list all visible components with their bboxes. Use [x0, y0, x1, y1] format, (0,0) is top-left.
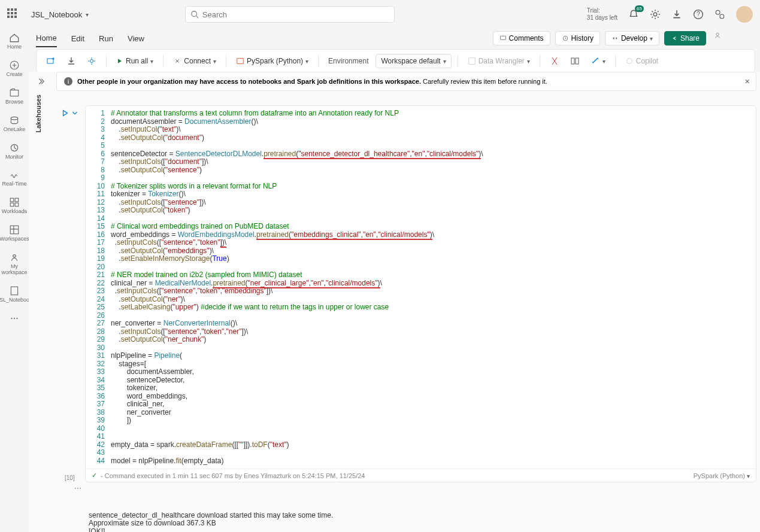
- svg-point-0: [192, 11, 197, 17]
- vscode-icon[interactable]: ▾: [587, 54, 609, 68]
- main-area: Lakehouses i Other people in your organi…: [29, 72, 760, 532]
- cell-output: ⋯ sentence_detector_dl_healthcare downlo…: [85, 482, 756, 532]
- svg-rect-27: [11, 287, 17, 295]
- svg-point-5: [716, 10, 720, 14]
- tab-edit[interactable]: Edit: [71, 31, 84, 47]
- code-editor[interactable]: # Annotator that transforms a text colum…: [111, 110, 756, 465]
- svg-rect-18: [10, 90, 19, 96]
- banner-bold-text: Other people in your organization may ha…: [77, 78, 421, 85]
- ribbon-tabs: Home Edit Run View Comments History Deve…: [0, 29, 760, 48]
- svg-rect-25: [10, 226, 19, 234]
- outline-icon[interactable]: [567, 54, 583, 68]
- svg-point-19: [11, 117, 17, 120]
- run-all-button[interactable]: Run all▾: [113, 54, 157, 68]
- expand-panel-icon[interactable]: [34, 74, 48, 89]
- rail-myworkspace[interactable]: My workspace: [1, 248, 28, 279]
- svg-rect-24: [15, 203, 19, 206]
- search-icon: [190, 10, 199, 19]
- svg-rect-14: [571, 58, 574, 64]
- chevron-down-icon[interactable]: ▾: [86, 11, 89, 18]
- rail-monitor[interactable]: Monitor: [1, 139, 28, 164]
- banner-rest-text: Carefully review this item before runnin…: [421, 78, 547, 85]
- cell-language[interactable]: PySpark (Python) ▾: [694, 472, 750, 479]
- search-input[interactable]: [202, 10, 389, 19]
- rail-notebook[interactable]: JSL_Notebook: [1, 282, 28, 307]
- feedback-icon[interactable]: [714, 9, 725, 20]
- app-launcher-icon[interactable]: [7, 8, 19, 20]
- svg-point-28: [11, 318, 12, 319]
- comments-button[interactable]: Comments: [493, 31, 550, 45]
- rail-onelake[interactable]: OneLake: [1, 111, 28, 136]
- top-header: JSL_Notebook ▾ Trial: 31 days left 65 ?: [0, 0, 760, 29]
- search-box[interactable]: [185, 6, 395, 23]
- close-icon[interactable]: ✕: [744, 78, 750, 86]
- execution-status: - Command executed in 1 min 11 sec 607 m…: [101, 472, 365, 479]
- svg-rect-21: [10, 199, 14, 202]
- svg-point-11: [90, 60, 93, 63]
- import-icon[interactable]: [63, 54, 80, 68]
- svg-point-9: [716, 33, 719, 35]
- svg-rect-10: [47, 59, 53, 63]
- line-gutter: 1234567891011121314151617181920212223242…: [86, 110, 111, 465]
- rail-workspaces[interactable]: Workspaces: [1, 221, 28, 246]
- trial-status: Trial: 31 days left: [587, 7, 617, 22]
- output-menu-icon[interactable]: ⋯: [74, 485, 81, 493]
- lakehouses-tab[interactable]: Lakehouses: [35, 95, 42, 133]
- environment-label: Environment: [325, 54, 372, 68]
- settings-icon[interactable]: [650, 9, 661, 20]
- rail-workloads[interactable]: Workloads: [1, 193, 28, 218]
- svg-text:?: ?: [697, 11, 700, 17]
- svg-point-2: [653, 13, 657, 16]
- data-wrangler-button[interactable]: Data Wrangler▾: [464, 54, 534, 68]
- notebook-title[interactable]: JSL_Notebook: [31, 10, 82, 19]
- download-icon[interactable]: [671, 9, 682, 20]
- add-cell-icon[interactable]: [43, 54, 59, 68]
- variables-icon[interactable]: [546, 54, 563, 68]
- more-icon[interactable]: [713, 31, 724, 42]
- svg-rect-12: [237, 59, 244, 64]
- info-icon: i: [64, 77, 72, 86]
- success-check-icon: ✓: [92, 472, 97, 479]
- svg-rect-22: [15, 199, 19, 202]
- code-cell[interactable]: 1234567891011121314151617181920212223242…: [85, 105, 756, 482]
- workspace-default-dropdown[interactable]: Workspace default▾: [376, 54, 451, 68]
- help-icon[interactable]: ?: [693, 9, 704, 20]
- rail-realtime[interactable]: Real-Time: [1, 166, 28, 191]
- develop-button[interactable]: Develop▾: [605, 31, 659, 45]
- svg-line-1: [196, 16, 198, 19]
- tab-run[interactable]: Run: [99, 31, 113, 47]
- share-button[interactable]: Share: [664, 31, 706, 45]
- history-button[interactable]: History: [555, 31, 600, 45]
- rail-home[interactable]: Home: [1, 29, 28, 54]
- user-avatar[interactable]: [736, 6, 753, 23]
- tab-view[interactable]: View: [128, 31, 144, 47]
- execution-count: [10]: [65, 475, 75, 481]
- run-menu-icon[interactable]: [71, 109, 79, 117]
- rail-more-icon[interactable]: [1, 309, 28, 327]
- svg-rect-13: [468, 58, 475, 65]
- svg-rect-15: [576, 58, 579, 64]
- run-cell-icon[interactable]: [61, 109, 69, 117]
- left-rail: Home Create Browse OneLake Monitor Real-…: [0, 29, 29, 532]
- svg-point-30: [16, 318, 17, 319]
- notifications-icon[interactable]: 65: [628, 9, 639, 20]
- rail-create[interactable]: Create: [1, 56, 28, 81]
- rail-browse[interactable]: Browse: [1, 84, 28, 109]
- svg-point-16: [626, 59, 632, 64]
- warning-banner: i Other people in your organization may …: [56, 72, 756, 91]
- connect-button[interactable]: Connect▾: [169, 54, 220, 68]
- tab-home[interactable]: Home: [36, 30, 57, 47]
- svg-point-6: [720, 14, 724, 19]
- svg-point-29: [14, 318, 15, 319]
- gear-icon[interactable]: [83, 54, 100, 68]
- toolbar: Run all▾ Connect▾ PySpark (Python)▾ Envi…: [36, 49, 755, 73]
- copilot-button[interactable]: Copilot: [622, 54, 662, 68]
- svg-rect-23: [10, 203, 14, 206]
- svg-point-26: [13, 255, 16, 258]
- svg-rect-7: [500, 36, 505, 39]
- language-selector[interactable]: PySpark (Python)▾: [232, 54, 312, 68]
